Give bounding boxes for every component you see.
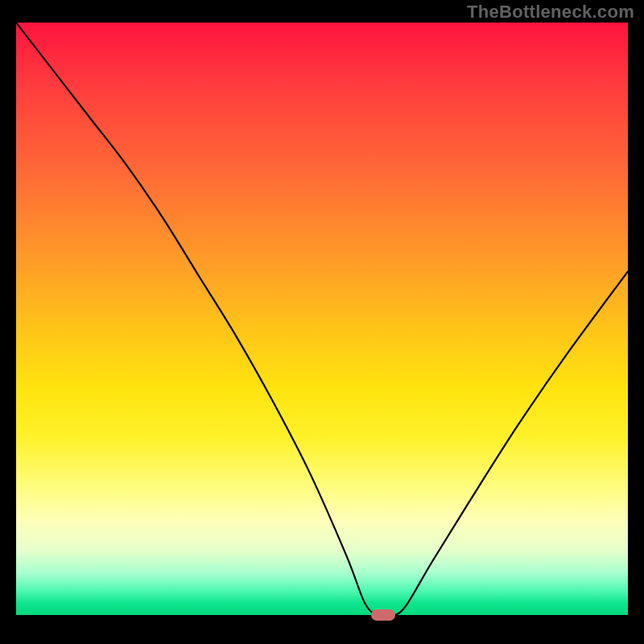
- chart-frame: TheBottleneck.com: [0, 0, 644, 644]
- attribution-label: TheBottleneck.com: [467, 2, 634, 23]
- plot-area: [16, 23, 628, 615]
- minimum-marker: [371, 609, 395, 621]
- background-gradient: [16, 23, 628, 615]
